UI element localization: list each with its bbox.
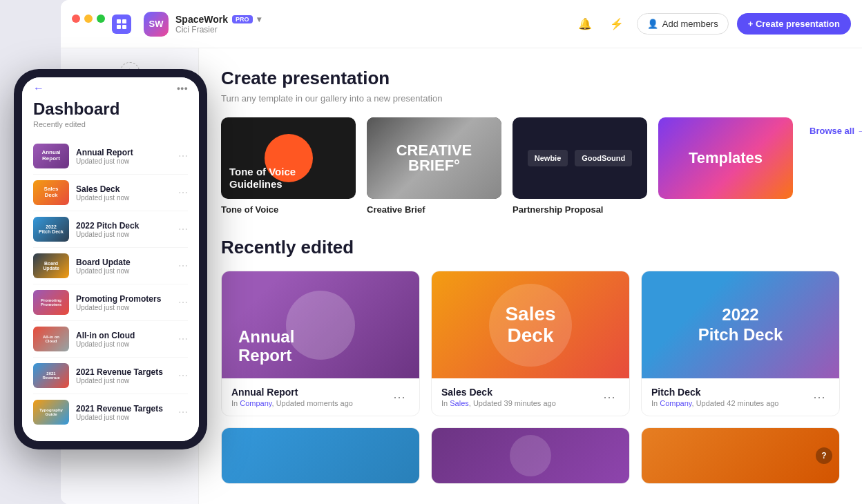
phone-item-dots-6[interactable]: ⋯ [178, 370, 188, 381]
phone-item-dots-5[interactable]: ⋯ [178, 333, 188, 345]
pitch-deck-info: Pitch Deck In Company, Updated 42 minute… [642, 378, 839, 416]
phone-item-sub-2: Updated just now [76, 231, 171, 238]
template-thumb-tone: Tone of VoiceGuidelines [221, 117, 356, 199]
annual-report-text: AnnualReport [238, 328, 294, 365]
purple-circle [510, 435, 551, 476]
pitch-company-link[interactable]: Company [660, 399, 691, 407]
phone-thumb-allin: All-in onCloud [33, 327, 69, 351]
annual-report-info: Annual Report In Company, Updated moment… [222, 378, 419, 416]
pitch-deck-text: 2022Pitch Deck [698, 305, 783, 345]
grid-icon[interactable] [112, 14, 131, 34]
phone-list-item-1[interactable]: SalesDeck Sales Deck Updated just now ⋯ [33, 175, 188, 211]
partial-card-3[interactable]: ? [641, 427, 840, 484]
phone-thumb-board: BoardUpdate [33, 253, 69, 278]
phone-thumb-typo: TypographyGuide [33, 400, 69, 425]
window-close-btn[interactable] [72, 14, 80, 23]
phone-content: Dashboard Recently edited AnnualReport A… [22, 99, 199, 441]
template-card-tone[interactable]: Tone of VoiceGuidelines Tone of Voice [221, 117, 356, 215]
phone-back-button[interactable]: ← [33, 82, 44, 95]
phone-item-dots-0[interactable]: ⋯ [178, 151, 188, 162]
pitch-deck-title: Pitch Deck [651, 387, 779, 398]
phone-status-icons: ●●● [177, 85, 188, 92]
phone-list-item-4[interactable]: PromotingPromoters Promoting Promoters U… [33, 284, 188, 321]
phone-inner: ← ●●● Dashboard Recently edited AnnualRe… [22, 77, 199, 441]
phone-item-info-1: Sales Deck Updated just now [76, 184, 171, 202]
phone-thumb-revenue: 2021Revenue [33, 363, 69, 388]
template-thumb-templates: Templates [658, 117, 793, 199]
template-label-partnership: Partnership Proposal [513, 204, 647, 215]
sales-time: Updated 39 minutes ago [473, 399, 556, 407]
recent-card-sales-deck[interactable]: SalesDeck Sales Deck In Sales, Updated 3… [431, 271, 630, 416]
phone-revenue-text: 2021Revenue [41, 370, 61, 381]
template-thumb-partnership: Newbie GoodSound [513, 117, 647, 199]
create-presentation-button[interactable]: + Create presentation [737, 13, 851, 35]
phone-item-sub-0: Updated just now [76, 157, 171, 165]
phone-item-title-7: 2021 Revenue Targets [76, 404, 171, 414]
browse-all-link[interactable]: Browse all → [810, 117, 862, 136]
phone-item-title-1: Sales Deck [76, 184, 171, 194]
sales-deck-text: SalesDeck [505, 304, 555, 347]
phone-item-info-5: All-in on Cloud Updated just now [76, 331, 171, 348]
annual-report-thumb: AnnualReport [222, 271, 419, 378]
chevron-down-icon[interactable]: ▾ [257, 14, 261, 24]
template-label-tone: Tone of Voice [221, 204, 356, 215]
phone-item-dots-7[interactable]: ⋯ [178, 407, 188, 418]
workspace-avatar[interactable]: SW [144, 12, 169, 37]
recently-grid: AnnualReport Annual Report In Company, U… [221, 271, 840, 416]
phone-list-item-5[interactable]: All-in onCloud All-in on Cloud Updated j… [33, 321, 188, 358]
annual-report-more-button[interactable]: ⋯ [389, 388, 410, 406]
lightning-button[interactable]: ⚡ [605, 12, 629, 36]
create-section-title: Create presentation [221, 68, 840, 89]
workspace-name-row: SpaceWork PRO ▾ [175, 14, 261, 25]
recent-card-pitch-deck[interactable]: 2022Pitch Deck Pitch Deck In Company, Up… [641, 271, 840, 416]
template-card-partnership[interactable]: Newbie GoodSound Partnership Proposal [513, 117, 647, 215]
template-card-creative[interactable]: CREATIVEBRIEF° Creative Brief [367, 117, 501, 215]
phone-item-sub-3: Updated just now [76, 267, 171, 275]
phone-list-item-3[interactable]: BoardUpdate Board Update Updated just no… [33, 248, 188, 284]
phone-item-dots-2[interactable]: ⋯ [178, 224, 188, 235]
partial-card-2[interactable] [431, 427, 630, 484]
phone-item-info-2: 2022 Pitch Deck Updated just now [76, 221, 171, 238]
phone-item-sub-5: Updated just now [76, 340, 171, 348]
annual-company-link[interactable]: Company [240, 399, 271, 407]
phone-item-info-4: Promoting Promoters Updated just now [76, 294, 171, 311]
phone-item-info-0: Annual Report Updated just now [76, 148, 171, 165]
phone-recently-label: Recently edited [33, 120, 188, 128]
phone-item-title-3: Board Update [76, 258, 171, 267]
partner-logo-goodsound: GoodSound [575, 150, 632, 166]
phone-status-bar: ← ●●● [22, 77, 199, 99]
window-minimize-btn[interactable] [84, 14, 93, 23]
recently-edited-section: Recently edited AnnualReport Annual Repo… [221, 237, 840, 484]
recent-card-annual-report[interactable]: AnnualReport Annual Report In Company, U… [221, 271, 420, 416]
phone-list-item-2[interactable]: 2022Pitch Deck 2022 Pitch Deck Updated j… [33, 211, 188, 248]
sales-deck-more-button[interactable]: ⋯ [599, 388, 620, 406]
template-thumb-creative: CREATIVEBRIEF° [367, 117, 501, 199]
partial-card-1[interactable] [221, 427, 420, 484]
phone-allin-text: All-in onCloud [41, 333, 61, 345]
add-members-button[interactable]: 👤 Add members [637, 13, 729, 35]
phone-promoting-text: PromotingPromoters [39, 297, 63, 308]
sales-link[interactable]: Sales [450, 399, 469, 407]
create-section-subtitle: Turn any template in our gallery into a … [221, 93, 840, 104]
phone-mockup: ← ●●● Dashboard Recently edited AnnualRe… [14, 69, 214, 449]
svg-rect-1 [122, 19, 126, 23]
phone-item-dots-3[interactable]: ⋯ [178, 260, 188, 271]
phone-item-dots-4[interactable]: ⋯ [178, 297, 188, 308]
notification-bell-button[interactable]: 🔔 [573, 12, 597, 36]
partial-thumb-2 [432, 428, 629, 483]
phone-pitch-text: 2022Pitch Deck [39, 224, 64, 234]
phone-list-item-7[interactable]: TypographyGuide 2021 Revenue Targets Upd… [33, 394, 188, 430]
phone-item-dots-1[interactable]: ⋯ [178, 187, 188, 198]
svg-rect-3 [122, 25, 126, 29]
partial-thumb-1 [222, 428, 419, 483]
pitch-deck-more-button[interactable]: ⋯ [809, 388, 830, 406]
topbar-left: SW SpaceWork PRO ▾ Cici Frasier [72, 12, 261, 37]
phone-list-item-0[interactable]: AnnualReport Annual Report Updated just … [33, 138, 188, 175]
template-label-creative: Creative Brief [367, 204, 501, 215]
main-content: Create presentation Turn any template in… [199, 48, 862, 504]
template-card-templates[interactable]: Templates [658, 117, 793, 199]
phone-typo-text: TypographyGuide [38, 407, 64, 418]
window-maximize-btn[interactable] [97, 14, 105, 23]
workspace-user-label: Cici Frasier [175, 25, 261, 35]
phone-list-item-6[interactable]: 2021Revenue 2021 Revenue Targets Updated… [33, 358, 188, 394]
